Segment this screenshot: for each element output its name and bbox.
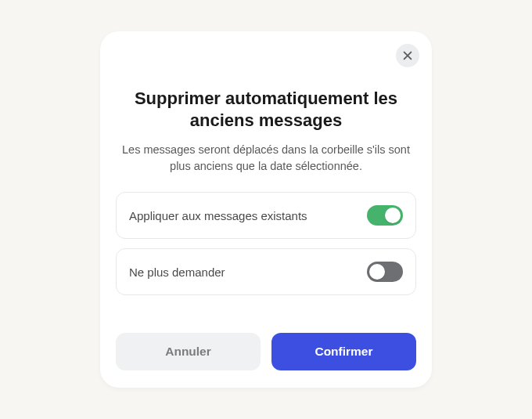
options-group: Appliquer aux messages existants Ne plus…: [116, 192, 416, 295]
option-apply-existing: Appliquer aux messages existants: [116, 192, 416, 239]
modal-title: Supprimer automatiquement les anciens me…: [116, 88, 416, 132]
option-apply-existing-label: Appliquer aux messages existants: [129, 209, 307, 222]
toggle-knob: [385, 208, 401, 223]
toggle-knob: [369, 264, 385, 280]
cancel-button[interactable]: Annuler: [116, 333, 261, 370]
option-dont-ask: Ne plus demander: [116, 248, 416, 295]
toggle-dont-ask[interactable]: [367, 262, 403, 282]
toggle-apply-existing[interactable]: [367, 205, 403, 226]
close-button[interactable]: [396, 44, 419, 67]
modal-actions: Annuler Confirmer: [116, 333, 416, 370]
close-icon: [402, 50, 413, 61]
confirm-button[interactable]: Confirmer: [271, 333, 416, 370]
modal-subtitle: Les messages seront déplacés dans la cor…: [116, 142, 416, 175]
confirmation-modal: Supprimer automatiquement les anciens me…: [100, 31, 432, 388]
option-dont-ask-label: Ne plus demander: [129, 265, 225, 279]
